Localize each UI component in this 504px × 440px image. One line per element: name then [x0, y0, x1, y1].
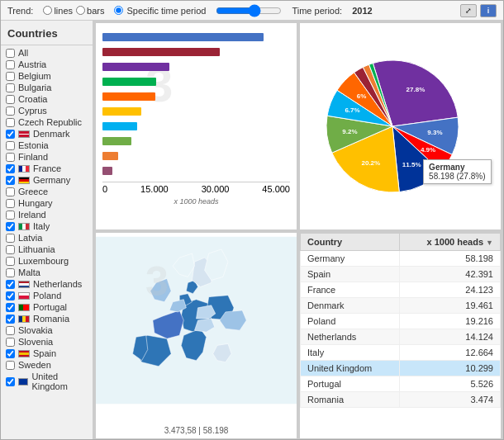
checkbox-france[interactable]: [6, 164, 15, 173]
checkbox-lithuania[interactable]: [6, 245, 15, 254]
sidebar-item-lithuania[interactable]: Lithuania: [1, 244, 93, 255]
sidebar-item-finland[interactable]: Finland: [1, 151, 93, 163]
checkbox-slovenia[interactable]: [6, 338, 15, 347]
table-row[interactable]: Germany58.198: [301, 250, 501, 266]
checkbox-all[interactable]: [6, 49, 15, 58]
info-icon[interactable]: i: [480, 4, 497, 17]
sidebar-item-slovakia[interactable]: Slovakia: [1, 324, 93, 336]
checkbox-croatia[interactable]: [6, 95, 15, 104]
specific-time-label: Specific time period: [126, 6, 206, 16]
table-row[interactable]: Netherlands14.124: [301, 329, 501, 344]
checkbox-poland[interactable]: [6, 291, 15, 300]
country-list: AllAustriaBelgiumBulgariaCroatiaCyprusCz…: [1, 47, 93, 392]
table-row[interactable]: Portugal5.526: [301, 376, 501, 391]
country-label: Poland: [33, 291, 61, 300]
checkbox-spain[interactable]: [6, 349, 15, 358]
sidebar-item-sweden[interactable]: Sweden: [1, 359, 93, 371]
checkbox-portugal[interactable]: [6, 303, 15, 312]
sidebar-item-denmark[interactable]: Denmark: [1, 128, 93, 140]
cell-value: 58.198: [399, 250, 500, 266]
bars-radio[interactable]: [76, 6, 85, 15]
flag-dk: [18, 130, 30, 138]
bar-9[interactable]: [102, 167, 112, 175]
table-row[interactable]: Denmark19.461: [301, 297, 501, 313]
sidebar-item-united-kingdom[interactable]: United Kingdom: [1, 371, 93, 392]
bar-0[interactable]: [102, 33, 264, 41]
sidebar-item-romania[interactable]: Romania: [1, 313, 93, 324]
col-value[interactable]: x 1000 heads ▼: [399, 233, 500, 250]
checkbox-netherlands[interactable]: [6, 280, 15, 289]
bars-option[interactable]: bars: [76, 6, 104, 16]
checkbox-romania[interactable]: [6, 315, 15, 324]
sidebar-item-slovenia[interactable]: Slovenia: [1, 336, 93, 348]
bar-1[interactable]: [102, 48, 220, 56]
sidebar-item-bulgaria[interactable]: Bulgaria: [1, 82, 93, 93]
bar-5[interactable]: [102, 107, 141, 116]
table-row[interactable]: Romania3.474: [301, 391, 501, 407]
country-label: France: [33, 163, 61, 173]
bar-3[interactable]: [102, 78, 156, 86]
sidebar-item-croatia[interactable]: Croatia: [1, 93, 93, 105]
sidebar-item-estonia[interactable]: Estonia: [1, 140, 93, 151]
cell-country: Portugal: [301, 376, 400, 391]
sidebar-item-austria[interactable]: Austria: [1, 59, 93, 70]
bar-8[interactable]: [102, 152, 118, 160]
checkbox-luxembourg[interactable]: [6, 257, 15, 266]
col-country[interactable]: Country: [301, 233, 400, 250]
sidebar-item-netherlands[interactable]: Netherlands: [1, 278, 93, 290]
country-label: Hungary: [18, 198, 53, 208]
table-row[interactable]: France24.123: [301, 282, 501, 297]
sidebar-item-italy[interactable]: Italy: [1, 220, 93, 232]
main-container: Trend: lines bars Specific time period T…: [0, 0, 504, 440]
specific-time-option[interactable]: Specific time period: [114, 6, 206, 16]
bar-4[interactable]: [102, 92, 155, 101]
checkbox-united-kingdom[interactable]: [6, 377, 15, 386]
table-row[interactable]: Spain42.391: [301, 266, 501, 282]
checkbox-denmark[interactable]: [6, 130, 15, 139]
checkbox-malta[interactable]: [6, 268, 15, 277]
bar-6[interactable]: [102, 122, 137, 130]
checkbox-germany[interactable]: [6, 176, 15, 185]
checkbox-czech-republic[interactable]: [6, 118, 15, 127]
flag-nl: [18, 281, 30, 288]
sidebar-item-all[interactable]: All: [1, 47, 93, 59]
sidebar-item-czech-republic[interactable]: Czech Republic: [1, 116, 93, 128]
sidebar-item-spain[interactable]: Spain: [1, 348, 93, 359]
sidebar-item-poland[interactable]: Poland: [1, 290, 93, 301]
sidebar-item-france[interactable]: France: [1, 163, 93, 174]
checkbox-estonia[interactable]: [6, 141, 15, 150]
checkbox-bulgaria[interactable]: [6, 83, 15, 92]
expand-icon[interactable]: ⤢: [460, 4, 477, 17]
checkbox-greece[interactable]: [6, 187, 15, 196]
lines-option[interactable]: lines: [43, 6, 73, 16]
checkbox-italy[interactable]: [6, 222, 15, 231]
cell-country: Netherlands: [301, 329, 400, 344]
checkbox-finland[interactable]: [6, 153, 15, 162]
sidebar-item-latvia[interactable]: Latvia: [1, 232, 93, 244]
lines-radio[interactable]: [43, 6, 52, 15]
sidebar-item-malta[interactable]: Malta: [1, 267, 93, 278]
table-row[interactable]: United Kingdom10.299: [301, 360, 501, 376]
sidebar-item-belgium[interactable]: Belgium: [1, 70, 93, 82]
bar-7[interactable]: [102, 137, 131, 145]
sidebar-item-luxembourg[interactable]: Luxembourg: [1, 255, 93, 267]
sidebar-item-ireland[interactable]: Ireland: [1, 209, 93, 220]
checkbox-hungary[interactable]: [6, 199, 15, 208]
checkbox-sweden[interactable]: [6, 361, 15, 370]
sidebar-item-cyprus[interactable]: Cyprus: [1, 105, 93, 116]
checkbox-latvia[interactable]: [6, 234, 15, 243]
checkbox-ireland[interactable]: [6, 211, 15, 220]
checkbox-slovakia[interactable]: [6, 326, 15, 335]
specific-time-radio[interactable]: [114, 6, 123, 15]
checkbox-austria[interactable]: [6, 60, 15, 69]
sidebar-item-greece[interactable]: Greece: [1, 186, 93, 197]
table-row[interactable]: Italy12.664: [301, 344, 501, 360]
sidebar-item-germany[interactable]: Germany: [1, 174, 93, 186]
checkbox-belgium[interactable]: [6, 72, 15, 81]
table-row[interactable]: Poland19.216: [301, 313, 501, 329]
sidebar-item-hungary[interactable]: Hungary: [1, 197, 93, 209]
time-slider[interactable]: [216, 6, 282, 16]
checkbox-cyprus[interactable]: [6, 106, 15, 116]
bar-2[interactable]: [102, 63, 169, 71]
sidebar-item-portugal[interactable]: Portugal: [1, 301, 93, 313]
